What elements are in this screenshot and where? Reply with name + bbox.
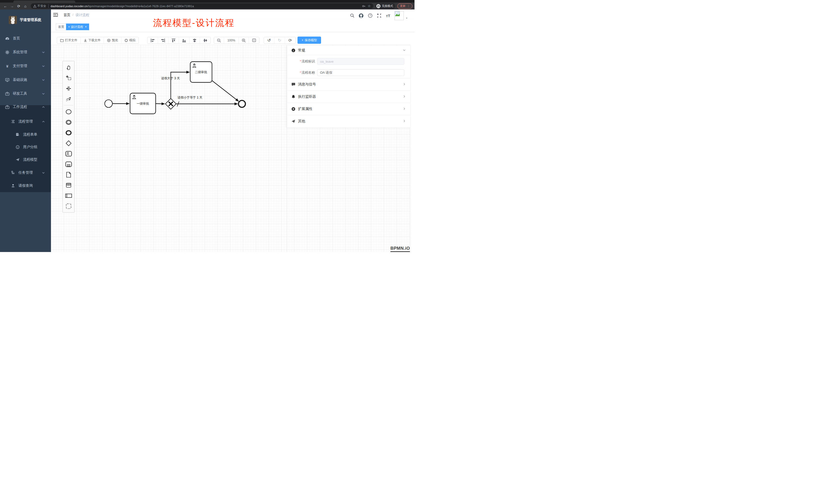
section-extensions[interactable]: 扩展属性 — [287, 103, 410, 115]
chevron-right-icon — [403, 82, 406, 86]
browser-tab[interactable] — [13, 1, 75, 3]
reload-icon[interactable]: ⟳ — [15, 4, 22, 8]
zoom-in-button[interactable] — [239, 37, 249, 43]
folder-icon — [60, 39, 64, 42]
sidebar-item-label: 流程管理 — [19, 119, 33, 124]
breadcrumb-home[interactable]: 首页 — [64, 13, 70, 17]
bookmark-star-icon[interactable]: ☆ — [368, 4, 371, 8]
github-icon[interactable] — [359, 13, 364, 18]
simulate-button[interactable]: 模拟 — [121, 37, 139, 43]
chevron-down-icon — [42, 51, 45, 54]
process-key-label: *流程标识 — [287, 59, 317, 64]
tab-design[interactable]: ● 设计流程 × — [66, 24, 89, 30]
reset-zoom-button[interactable] — [249, 37, 259, 43]
bpmn-io-logo[interactable]: BPMN.iO — [390, 246, 410, 252]
forward-icon[interactable]: → — [9, 4, 15, 8]
section-messages[interactable]: 消息与信号 — [287, 78, 410, 90]
sidebar-item-label: 支付管理 — [13, 64, 27, 68]
flow-label-le1: 请假小于等于 1 天 — [177, 96, 202, 99]
back-icon[interactable]: ← — [2, 4, 9, 8]
help-icon[interactable]: ? — [368, 13, 373, 18]
tab-home[interactable]: 首页 — [56, 24, 67, 30]
sidebar-item-workflow[interactable]: 工作流程 — [0, 101, 51, 113]
tab-label: 设计流程 — [71, 25, 83, 29]
redo-icon: ↻ — [278, 38, 281, 43]
align-button-group — [147, 37, 211, 44]
task-level1[interactable]: 一级审批 — [130, 93, 156, 114]
undo-button[interactable]: ↺ — [264, 37, 275, 43]
end-event[interactable] — [239, 101, 246, 108]
avatar-caret-icon[interactable]: ▾ — [406, 16, 407, 20]
close-tab-icon[interactable]: × — [85, 25, 87, 29]
open-file-button[interactable]: 打开文件 — [57, 37, 81, 43]
flow-gateway-to-task2[interactable] — [171, 72, 189, 99]
align-top-button[interactable] — [169, 37, 179, 43]
properties-panel: i 常规 *流程标识 *流程名称 消息与信号 执行监听器 扩展属性 其他 — [287, 45, 410, 128]
history-button-group: ↺ ↻ ⟳ — [264, 37, 296, 44]
face-icon — [15, 145, 20, 149]
sidebar-item-user-group[interactable]: 用户分组 — [0, 141, 51, 154]
section-other[interactable]: 其他 — [287, 115, 410, 127]
restart-button[interactable]: ⟳ — [285, 37, 295, 43]
home-icon[interactable]: ⌂ — [22, 4, 29, 8]
font-size-icon[interactable]: тT — [386, 13, 391, 18]
section-general[interactable]: i 常规 — [287, 45, 410, 55]
task-level2[interactable]: 二级审批 — [190, 62, 212, 82]
align-bottom-button[interactable] — [179, 37, 189, 43]
browser-menu-icon[interactable]: ⋮ — [407, 4, 410, 8]
button-label: 模拟 — [129, 38, 136, 42]
preview-button[interactable]: 预览 — [104, 37, 121, 43]
chevron-right-icon — [403, 107, 406, 111]
start-event[interactable] — [105, 100, 112, 108]
task-label: 二级审批 — [195, 70, 207, 74]
sidebar-item-infra[interactable]: 基础设施 — [0, 73, 51, 87]
sidebar-item-process-model[interactable]: 流程模型 — [0, 153, 51, 166]
collapse-sidebar-icon[interactable] — [53, 13, 58, 17]
download-file-button[interactable]: 下载文件 — [81, 37, 104, 43]
logo-avatar — [9, 16, 17, 24]
search-icon[interactable] — [350, 13, 355, 18]
zoom-out-button[interactable] — [214, 37, 224, 43]
sidebar-item-system[interactable]: 系统管理 — [0, 45, 51, 59]
process-name-input[interactable] — [317, 69, 404, 76]
briefcase-icon — [5, 105, 9, 109]
chevron-right-icon — [403, 119, 406, 123]
exclusive-gateway[interactable] — [166, 99, 176, 109]
sidebar-item-process-form[interactable]: 流程表单 — [0, 128, 51, 141]
avatar[interactable] — [395, 11, 404, 20]
sidebar-item-leave-query[interactable]: 请假查询 — [0, 179, 51, 192]
align-left-button[interactable] — [147, 37, 158, 43]
section-listeners[interactable]: 执行监听器 — [287, 90, 410, 103]
sidebar-item-label: 请假查询 — [19, 184, 33, 188]
key-icon[interactable] — [362, 4, 366, 8]
align-center-vertical-button[interactable] — [200, 37, 211, 43]
flow-label-gt3: 请假大于 3 天 — [161, 77, 180, 80]
section-title: 扩展属性 — [298, 107, 312, 111]
save-model-button[interactable]: + 保存模型 — [297, 37, 321, 44]
sidebar-item-task-mgmt[interactable]: 任务管理 — [0, 166, 51, 179]
url-bar[interactable]: 不安全 dashboard.yudao.iocoder.cn/bpm/manag… — [31, 3, 373, 9]
zoom-button-group: 100% — [214, 37, 259, 44]
update-button[interactable]: 更新 ⋮ — [397, 3, 412, 9]
flow-task1-to-gateway[interactable] — [156, 104, 165, 104]
sidebar-item-process-mgmt[interactable]: 流程管理 — [0, 115, 51, 128]
person-icon — [11, 184, 15, 188]
scrollbar[interactable] — [410, 45, 414, 252]
fullscreen-icon[interactable] — [376, 13, 382, 18]
redo-button[interactable]: ↻ — [275, 37, 285, 43]
zoom-level: 100% — [224, 37, 239, 43]
plus-circle-icon — [291, 107, 295, 111]
svg-text:i: i — [293, 49, 294, 52]
paper-plane-icon — [15, 158, 20, 162]
align-right-button[interactable] — [158, 37, 169, 43]
sidebar-item-devtools[interactable]: 研发工具 — [0, 87, 51, 101]
document-edit-icon — [15, 132, 20, 137]
briefcase-icon — [5, 91, 9, 96]
sidebar-item-payment[interactable]: ¥ 支付管理 — [0, 59, 51, 73]
file-button-group: 打开文件 下载文件 预览 模拟 — [57, 37, 139, 44]
breadcrumb-current: 设计流程 — [75, 13, 89, 17]
chevron-down-icon — [42, 65, 45, 68]
align-center-horizontal-button[interactable] — [189, 37, 200, 43]
sidebar-item-home[interactable]: 首页 — [0, 32, 51, 45]
flow-task2-to-end[interactable] — [212, 81, 239, 101]
